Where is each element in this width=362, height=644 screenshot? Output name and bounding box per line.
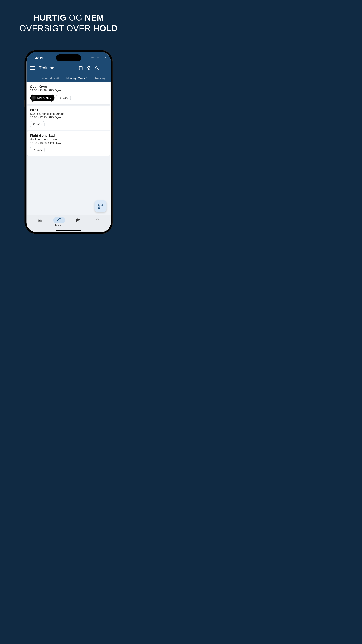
promo-word: OG (69, 13, 82, 22)
nav-shop[interactable] (91, 217, 104, 223)
svg-point-5 (59, 97, 60, 98)
class-time: 16:30 - 17:30, SPS Gym (30, 116, 107, 119)
svg-point-8 (34, 124, 35, 124)
class-time: 17:30 - 18:30, SPS Gym (30, 142, 107, 145)
attendance-count: 9/20 (37, 148, 42, 152)
attendance-chip[interactable]: 9/15 (30, 121, 44, 127)
book-icon[interactable] (78, 66, 83, 70)
promo-word: HOLD (93, 24, 118, 33)
svg-point-4 (105, 69, 105, 70)
people-icon (58, 97, 61, 99)
attendance-count: 0/99 (63, 96, 68, 100)
svg-point-6 (60, 97, 61, 98)
svg-point-1 (95, 66, 98, 69)
search-icon[interactable] (94, 66, 99, 70)
trophy-icon[interactable] (86, 66, 91, 70)
svg-rect-20 (102, 208, 103, 208)
class-time: 05:00 - 23:59, SPS Gym (30, 89, 107, 92)
phone-frame: 20.44 Training (24, 50, 113, 234)
promo-heading: HURTIG OG NEM OVERSIGT OVER HOLD (0, 0, 137, 34)
page-title: Training (39, 66, 75, 70)
gym-tag-chip[interactable]: ✦ SPS GYM .. (30, 94, 54, 102)
promo-word: OVERSIGT OVER (19, 24, 91, 33)
qr-fab[interactable] (94, 200, 106, 212)
class-list: Open Gym 05:00 - 23:59, SPS Gym ✦ SPS GY… (26, 82, 111, 215)
class-card[interactable]: WOD Styrke & Konditionstræning 16:30 - 1… (27, 106, 110, 130)
attendance-chip[interactable]: 0/99 (56, 95, 70, 101)
svg-point-7 (33, 124, 34, 124)
promo-word: NEM (85, 13, 104, 22)
calendar-icon (76, 218, 80, 222)
dumbbell-icon (56, 218, 61, 222)
nav-calendar[interactable] (72, 217, 84, 223)
phone-button (113, 110, 113, 122)
dynamic-island (56, 54, 81, 61)
svg-point-26 (78, 221, 78, 221)
phone-button (24, 100, 25, 107)
qr-icon (98, 204, 103, 209)
svg-point-22 (77, 220, 78, 220)
menu-icon[interactable] (30, 66, 35, 70)
svg-point-9 (33, 149, 34, 150)
svg-rect-18 (102, 207, 103, 208)
attendance-count: 9/15 (37, 123, 42, 126)
gym-avatar: ✦ (31, 96, 36, 100)
attendance-chip[interactable]: 9/20 (30, 147, 44, 153)
battery-icon (101, 57, 105, 59)
nav-training[interactable]: Training (53, 217, 65, 226)
svg-rect-17 (101, 207, 102, 208)
svg-point-3 (105, 68, 105, 68)
home-indicator (56, 230, 81, 231)
svg-point-24 (79, 220, 79, 220)
svg-point-25 (77, 221, 78, 221)
svg-rect-12 (99, 204, 99, 205)
bag-icon (95, 218, 99, 222)
svg-rect-16 (99, 207, 99, 208)
class-title: WOD (30, 108, 107, 112)
home-icon (37, 218, 42, 222)
more-icon[interactable] (102, 66, 107, 70)
class-title: Fight Gone Bad (30, 134, 107, 138)
people-icon (32, 123, 35, 126)
svg-rect-14 (101, 204, 102, 205)
date-tab-active[interactable]: Monday, May 27 (63, 74, 91, 82)
wifi-icon (96, 56, 99, 59)
class-subtitle: Styrke & Konditionstræning (30, 112, 107, 116)
nav-training-label: Training (55, 224, 63, 226)
class-title: Open Gym (30, 85, 107, 88)
gym-tag-label: SPS GYM .. (37, 96, 52, 100)
class-subtitle: Høj Intensitets træning (30, 138, 107, 141)
phone-button (113, 126, 113, 144)
class-card[interactable]: Open Gym 05:00 - 23:59, SPS Gym ✦ SPS GY… (27, 82, 110, 104)
promo-word: HURTIG (33, 13, 66, 22)
date-tabs: Sunday, May 26 Monday, May 27 Tuesday, I (26, 72, 111, 82)
svg-rect-19 (101, 208, 102, 208)
class-card[interactable]: Fight Gone Bad Høj Intensitets træning 1… (27, 131, 110, 156)
cellular-icon (91, 57, 95, 58)
people-icon (32, 149, 35, 151)
status-time: 20.44 (35, 56, 43, 60)
date-tab-next[interactable]: Tuesday, I (91, 74, 111, 82)
svg-point-23 (78, 220, 78, 220)
bottom-nav: Training (26, 215, 111, 232)
svg-point-2 (105, 66, 105, 67)
svg-point-10 (34, 149, 35, 150)
app-bar: Training (26, 62, 111, 72)
screen: 20.44 Training (26, 52, 111, 232)
nav-home[interactable] (33, 217, 46, 223)
date-tab-prev[interactable]: Sunday, May 26 (35, 74, 63, 82)
status-icons (91, 56, 105, 59)
